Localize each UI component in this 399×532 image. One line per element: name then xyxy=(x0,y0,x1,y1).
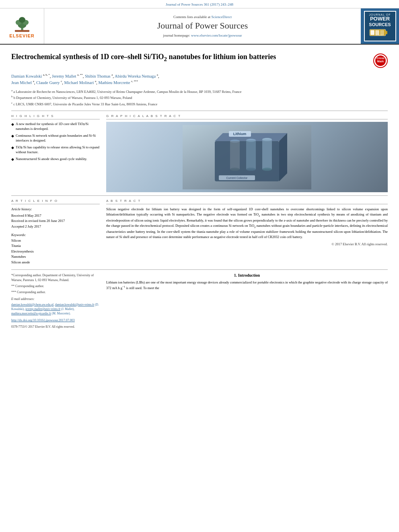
affil-c: c c LRCS, UMR CNRS 6007, Universite de P… xyxy=(11,101,388,107)
issn-line: 0378-7753/© 2017 Elsevier B.V. All right… xyxy=(11,325,100,329)
author-kowalski[interactable]: Damian Kowalski xyxy=(11,74,42,78)
bullet-3: ◆ xyxy=(11,145,14,150)
journal-badge-area: JOURNAL OF POWER SOURCES ELSEVIER xyxy=(361,8,399,44)
svg-text:Cross: Cross xyxy=(376,57,385,60)
svg-text:Mark: Mark xyxy=(377,60,384,63)
divider-2 xyxy=(11,195,388,196)
battery-badge-icon: ELSEVIER xyxy=(369,27,391,38)
email-label: E-mail addresses: xyxy=(11,297,100,302)
affil-a: a a Laboratoire de Recherche en Nanoscie… xyxy=(11,88,388,94)
svg-text:Lithium: Lithium xyxy=(233,132,247,136)
svg-rect-5 xyxy=(15,30,29,32)
introduction-col: 1. Introduction Lithium ion batteries (L… xyxy=(106,273,388,329)
article-info-col: A R T I C L E I N F O Article history: R… xyxy=(11,199,100,265)
highlight-1: ◆ A new method for synthesis of 1D core-… xyxy=(11,122,100,131)
top-journal-line: Journal of Power Sources 361 (2017) 243–… xyxy=(0,0,399,8)
email-link-2[interactable]: damian.kowalski@univ-reims.fr xyxy=(55,303,94,306)
svg-marker-19 xyxy=(279,133,287,181)
divider-1 xyxy=(11,111,388,111)
elsevier-text: ELSEVIER xyxy=(9,33,34,38)
graphical-abstract-image: Lithium Current Collector xyxy=(106,122,388,192)
keyword-titania: Titania xyxy=(11,243,100,249)
page: Journal of Power Sources 361 (2017) 243–… xyxy=(0,0,399,532)
author-molinari[interactable]: Michael Molinari xyxy=(64,80,94,85)
affil-b: b b Department of Chemistry, University … xyxy=(11,94,388,101)
svg-rect-21 xyxy=(230,141,240,169)
received-date: Received 8 May 2017 xyxy=(11,213,100,219)
keyword-silicon: Silicon xyxy=(11,238,100,244)
copyright-line: © 2017 Elsevier B.V. All rights reserved… xyxy=(106,242,388,246)
bottom-section: *Corresponding author. Department of Che… xyxy=(11,269,388,329)
received-revised: Received in revised form 20 June 2017 xyxy=(11,218,100,224)
highlight-4: ◆ Nanostructured Si anode shows good cyc… xyxy=(11,157,100,162)
email-link-1[interactable]: damian.kowalski@chem.uw.edu.pl xyxy=(11,303,53,306)
main-content: Electrochemical synthesis of 1D core–she… xyxy=(0,45,399,329)
journal-homepage-link[interactable]: www.elsevier.com/locate/jpowsour xyxy=(191,33,242,37)
journal-title: Journal of Power Sources xyxy=(157,21,248,31)
svg-text:ELSEVIER: ELSEVIER xyxy=(376,34,384,36)
author-mallet[interactable]: Jeremy Mallet xyxy=(52,74,76,78)
bullet-4: ◆ xyxy=(11,157,14,162)
corresponding-2: ** Corresponding author. xyxy=(11,284,100,289)
authors-line: Damian Kowalski a, b, *, Jeremy Mallet a… xyxy=(11,73,388,86)
author-thomas[interactable]: Shibin Thomas xyxy=(85,74,111,78)
svg-text:Current Collector: Current Collector xyxy=(226,177,248,179)
doi-link[interactable]: http://dx.doi.org/10.1016/j.jpowsour.201… xyxy=(11,318,100,323)
elsevier-tree-icon xyxy=(10,14,34,33)
author-morcrette[interactable]: Mathieu Morcrette xyxy=(98,80,130,85)
crossmark-icon: Cross Mark xyxy=(373,53,388,68)
author-guery[interactable]: Claude Guery xyxy=(36,80,60,85)
journal-citation: Journal of Power Sources 361 (2017) 243–… xyxy=(166,2,233,6)
svg-rect-27 xyxy=(262,140,272,169)
intro-title: 1. Introduction xyxy=(106,273,388,277)
sciencedirect-link[interactable]: ScienceDirect xyxy=(212,15,232,19)
author-nemaga[interactable]: Abirdu Woreka Nemaga xyxy=(115,74,156,78)
abstract-col: A B S T R A C T Silicon negative electro… xyxy=(106,199,388,265)
keyword-silicon-anode: Silicon anode xyxy=(11,260,100,265)
svg-rect-8 xyxy=(370,30,374,35)
abstract-label: A B S T R A C T xyxy=(106,199,388,204)
keywords-label: Keywords: xyxy=(11,233,100,237)
accepted-date: Accepted 2 July 2017 xyxy=(11,224,100,230)
crossmark-badge[interactable]: Cross Mark xyxy=(373,53,388,69)
journal-header: ELSEVIER Contents lists available at Sci… xyxy=(0,8,399,45)
elsevier-logo-area: ELSEVIER xyxy=(0,8,44,44)
bullet-1: ◆ xyxy=(11,122,14,127)
svg-rect-24 xyxy=(246,140,256,169)
highlights-label: H I G H L I G H T S xyxy=(11,114,100,119)
article-info-abstract-section: A R T I C L E I N F O Article history: R… xyxy=(11,199,388,265)
svg-point-4 xyxy=(19,17,25,23)
email-link-4[interactable]: mathieu.morcrette@u-picardie.fr xyxy=(11,312,51,315)
sciencedirect-text: Contents lists available at xyxy=(173,15,210,19)
journal-header-center: Contents lists available at ScienceDirec… xyxy=(44,8,361,44)
highlights-graphical-section: H I G H L I G H T S ◆ A new method for s… xyxy=(11,114,388,192)
keyword-electrosynthesis: Electrosynthesis xyxy=(11,249,100,255)
corresponding-1: *Corresponding author. Department of Che… xyxy=(11,273,100,283)
article-title-section: Electrochemical synthesis of 1D core–she… xyxy=(11,52,388,69)
highlight-2: ◆ Continuous Si network without grain bo… xyxy=(11,134,100,143)
svg-point-25 xyxy=(246,168,256,171)
graphical-abstract-col: G R A P H I C A L A B S T R A C T xyxy=(106,114,388,192)
article-info-label: A R T I C L E I N F O xyxy=(11,199,100,204)
footnotes-col: *Corresponding author. Department of Che… xyxy=(11,273,100,329)
highlights-col: H I G H L I G H T S ◆ A new method for s… xyxy=(11,114,100,192)
affiliations: a a Laboratoire de Recherche en Nanoscie… xyxy=(11,88,388,107)
svg-point-28 xyxy=(262,168,272,171)
elsevier-logo: ELSEVIER xyxy=(9,14,34,38)
power-sources-badge: JOURNAL OF POWER SOURCES ELSEVIER xyxy=(364,11,396,41)
email-link-3[interactable]: jeremy.mallet@univ-reims.fr xyxy=(25,307,60,311)
author-michel[interactable]: Jean Michel xyxy=(11,80,32,85)
graphical-abstract-label: G R A P H I C A L A B S T R A C T xyxy=(106,114,388,119)
corresponding-3: *** Corresponding author. xyxy=(11,290,100,295)
history-label: Article history: xyxy=(11,207,100,212)
svg-point-22 xyxy=(230,168,240,171)
highlight-3: ◆ TiO₂/Si has capability to release stre… xyxy=(11,145,100,155)
article-title: Electrochemical synthesis of 1D core–she… xyxy=(11,52,369,64)
badge-power-text: POWER xyxy=(366,16,394,22)
sciencedirect-line: Contents lists available at ScienceDirec… xyxy=(173,15,232,19)
abstract-text: Silicon negative electrode for lithium i… xyxy=(106,207,388,240)
bullet-2: ◆ xyxy=(11,134,14,139)
svg-rect-7 xyxy=(386,31,387,34)
intro-text: Lithium ion batteries (LIBs) are one of … xyxy=(106,280,388,291)
keyword-nanotubes: Nanotubes xyxy=(11,254,100,260)
